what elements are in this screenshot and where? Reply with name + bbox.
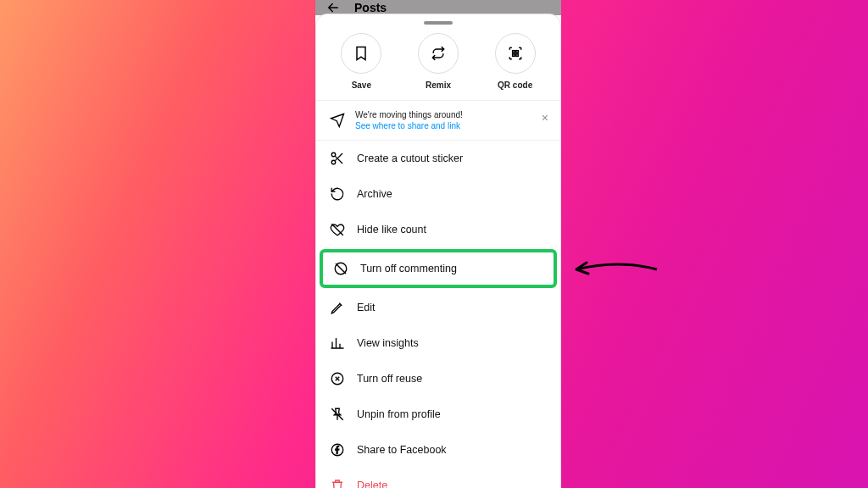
svg-rect-2 bbox=[512, 54, 515, 57]
info-notice: We're moving things around! See where to… bbox=[316, 101, 560, 141]
quick-label: Remix bbox=[426, 80, 451, 90]
menu-share-facebook[interactable]: Share to Facebook bbox=[316, 432, 560, 468]
menu-delete[interactable]: Delete bbox=[316, 468, 560, 488]
menu-turn-off-commenting[interactable]: Turn off commenting bbox=[320, 249, 557, 288]
menu-label: View insights bbox=[357, 337, 419, 349]
unpin-icon bbox=[330, 407, 345, 422]
quick-action-remix[interactable]: Remix bbox=[404, 33, 472, 90]
qr-icon bbox=[495, 33, 536, 74]
svg-rect-0 bbox=[512, 51, 515, 53]
circle-x-icon bbox=[330, 371, 345, 386]
menu-label: Edit bbox=[357, 302, 376, 313]
send-icon bbox=[330, 113, 345, 128]
menu-list: Create a cutout sticker Archive Hide lik… bbox=[316, 141, 560, 488]
menu-label: Turn off reuse bbox=[357, 373, 422, 385]
menu-create-cutout[interactable]: Create a cutout sticker bbox=[316, 141, 560, 176]
sheet-grab-handle[interactable] bbox=[424, 21, 453, 25]
trash-icon bbox=[330, 478, 345, 488]
scissors-icon bbox=[330, 151, 345, 166]
svg-point-5 bbox=[331, 160, 336, 164]
hide-icon bbox=[330, 222, 345, 237]
svg-point-4 bbox=[331, 152, 336, 157]
notice-line1: We're moving things around! bbox=[355, 109, 463, 120]
menu-label: Delete bbox=[357, 480, 387, 488]
action-sheet: Save Remix QR code We're moving things a… bbox=[315, 14, 561, 488]
facebook-icon bbox=[330, 442, 345, 458]
comment-off-icon bbox=[333, 261, 348, 276]
save-icon bbox=[341, 33, 381, 74]
menu-turn-off-reuse[interactable]: Turn off reuse bbox=[316, 361, 560, 396]
edit-icon bbox=[330, 300, 345, 315]
quick-action-save[interactable]: Save bbox=[327, 33, 395, 90]
menu-label: Create a cutout sticker bbox=[357, 152, 463, 164]
archive-icon bbox=[330, 186, 345, 202]
notice-line2[interactable]: See where to share and link bbox=[355, 120, 463, 131]
quick-label: Save bbox=[352, 80, 371, 90]
menu-edit[interactable]: Edit bbox=[316, 290, 560, 325]
close-icon[interactable]: × bbox=[542, 111, 548, 125]
menu-hide-likes[interactable]: Hide like count bbox=[316, 212, 560, 247]
svg-rect-3 bbox=[515, 54, 518, 57]
svg-rect-1 bbox=[515, 51, 518, 53]
menu-archive[interactable]: Archive bbox=[316, 176, 560, 212]
menu-view-insights[interactable]: View insights bbox=[316, 325, 560, 361]
insights-icon bbox=[330, 336, 345, 351]
menu-label: Hide like count bbox=[357, 224, 426, 236]
quick-actions: Save Remix QR code bbox=[316, 26, 560, 101]
phone-frame: Posts Save Remix QR code bbox=[315, 0, 561, 488]
menu-label: Turn off commenting bbox=[360, 263, 457, 274]
quick-label: QR code bbox=[498, 80, 532, 90]
annotation-arrow bbox=[568, 252, 661, 286]
menu-label: Unpin from profile bbox=[357, 408, 441, 420]
menu-unpin[interactable]: Unpin from profile bbox=[316, 396, 560, 432]
quick-action-qr[interactable]: QR code bbox=[481, 33, 549, 90]
header-title: Posts bbox=[354, 1, 387, 14]
menu-label: Archive bbox=[357, 188, 392, 200]
svg-line-8 bbox=[336, 263, 346, 274]
menu-label: Share to Facebook bbox=[357, 444, 447, 456]
remix-icon bbox=[418, 33, 459, 74]
